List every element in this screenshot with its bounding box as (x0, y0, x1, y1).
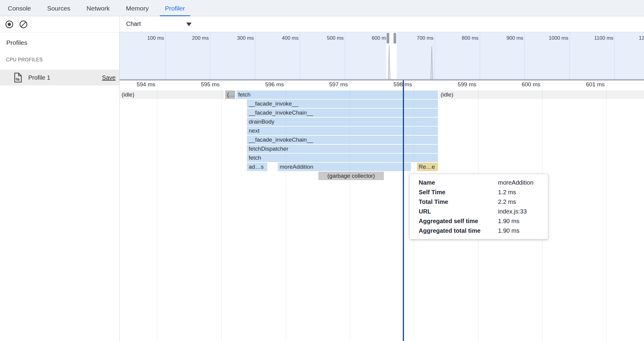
ruler-tick-label: 599 ms (442, 81, 476, 88)
overview-tick-label: 600 ms (345, 35, 388, 42)
ruler-tick-label: 596 ms (250, 81, 284, 88)
ruler-tick-label: 595 ms (185, 81, 220, 88)
cpu-profile-document-icon: % (13, 72, 22, 84)
sidebar-divider (119, 17, 120, 341)
frame-tooltip: NamemoreAdditionSelf Time1.2 msTotal Tim… (409, 174, 548, 239)
overview-tick-label: 300 ms (210, 35, 254, 42)
tooltip-field-label: URL (419, 207, 498, 216)
record-icon (5, 20, 14, 29)
detail-gridline (221, 80, 222, 341)
flame-frame[interactable]: (idle) (439, 91, 644, 99)
overview-tick-label: 500 ms (300, 35, 344, 42)
tooltip-field-label: Aggregated total time (419, 226, 498, 235)
profile-list-item[interactable]: %Profile 1Save (0, 70, 119, 85)
view-mode-selected-value: Chart (126, 20, 141, 27)
tooltip-row: Self Time1.2 ms (419, 187, 548, 197)
tab-sources[interactable]: Sources (47, 0, 70, 16)
profiler-controls-toolbar (0, 17, 119, 32)
flame-frame[interactable]: fetch (247, 154, 438, 162)
profiles-panel-title: Profiles (6, 39, 27, 46)
tooltip-field-label: Total Time (419, 197, 498, 207)
tooltip-field-value: 1.2 ms (498, 187, 548, 197)
tooltip-row: Aggregated self time1.90 ms (419, 216, 548, 226)
tooltip-field-value: 2.2 ms (498, 197, 548, 207)
ruler-tick-label: 594 ms (121, 81, 155, 88)
overview-tick-label: 800 ms (435, 35, 478, 42)
flame-frame[interactable]: __facade_invokeChain__ (247, 109, 438, 117)
tab-profiler[interactable]: Profiler (165, 0, 185, 16)
overview-timeline[interactable]: 100 ms200 ms300 ms400 ms500 ms600 ms700 … (120, 32, 644, 81)
tooltip-row: URLindex.js:33 (419, 207, 548, 216)
tab-console[interactable]: Console (8, 0, 31, 16)
flame-frame[interactable]: (garbage collector) (318, 172, 384, 180)
tooltip-row: Aggregated total time1.90 ms (419, 226, 548, 235)
clear-profiles-button[interactable] (19, 20, 28, 29)
tooltip-field-value: index.js:33 (498, 207, 548, 216)
cpu-profiles-section-label: CPU PROFILES (6, 57, 43, 63)
tooltip-field-label: Self Time (419, 187, 498, 197)
overview-tick-label: 1200 ms (615, 35, 644, 42)
flame-frame[interactable]: __facade_invoke__ (247, 100, 438, 108)
devtools-tab-bar: ConsoleSourcesNetworkMemoryProfiler (0, 0, 644, 16)
overview-tick-label: 100 ms (120, 35, 164, 42)
tooltip-field-label: Aggregated self time (419, 216, 498, 226)
selection-handle-left[interactable] (387, 33, 389, 44)
detail-gridline (157, 80, 157, 341)
overview-tick-label: 400 ms (255, 35, 299, 42)
record-profile-button[interactable] (5, 20, 14, 29)
cpu-activity-spike (431, 46, 433, 79)
overview-tick-label: 200 ms (165, 35, 209, 42)
tooltip-field-value: 1.90 ms (498, 226, 548, 235)
overview-tick-label: 1000 ms (524, 35, 568, 42)
save-profile-link[interactable]: Save (102, 70, 116, 85)
flame-frame[interactable]: Re…e (417, 163, 438, 171)
flame-frame[interactable]: next (247, 127, 438, 135)
overview-tick-label: 900 ms (479, 35, 523, 42)
flame-frame[interactable]: fetch (236, 91, 438, 99)
tooltip-row: NamemoreAddition (419, 178, 548, 187)
selection-handle-right[interactable] (393, 33, 396, 44)
chevron-down-icon (186, 23, 192, 26)
ruler-tick-label: 598 ms (378, 81, 412, 88)
overview-bottom-strip (120, 79, 644, 81)
ruler-tick-label: 600 ms (506, 81, 540, 88)
flame-frame[interactable]: (idle) (120, 91, 224, 99)
tab-memory[interactable]: Memory (126, 0, 149, 16)
ruler-tick-label: 601 ms (570, 81, 605, 88)
timeline-cursor-line (403, 80, 404, 341)
ruler-tick-label: 597 ms (314, 81, 348, 88)
detail-gridline (606, 80, 607, 341)
overview-tick-label: 1100 ms (570, 35, 613, 42)
flame-frame[interactable]: fetchDispatcher (247, 145, 438, 153)
tab-network[interactable]: Network (87, 0, 110, 16)
tooltip-field-label: Name (419, 178, 498, 187)
flame-chart[interactable]: NamemoreAdditionSelf Time1.2 msTotal Tim… (120, 80, 644, 341)
profile-list: %Profile 1Save (0, 70, 119, 85)
profile-name: Profile 1 (28, 70, 50, 85)
flame-frame[interactable]: __facade_invokeChain__ (247, 136, 438, 144)
tooltip-field-value: moreAddition (498, 178, 548, 187)
flame-frame[interactable]: ad…s (247, 163, 267, 171)
flame-frame[interactable]: drainBody (247, 118, 438, 126)
clear-icon (19, 20, 28, 29)
tooltip-field-value: 1.90 ms (498, 216, 548, 226)
svg-text:%: % (16, 77, 20, 82)
flame-frame[interactable]: (… (225, 91, 235, 99)
view-toolbar: Chart (120, 17, 644, 32)
flame-frame[interactable]: moreAddition (278, 163, 411, 171)
view-mode-select[interactable]: Chart (126, 20, 195, 29)
tooltip-row: Total Time2.2 ms (419, 197, 548, 207)
